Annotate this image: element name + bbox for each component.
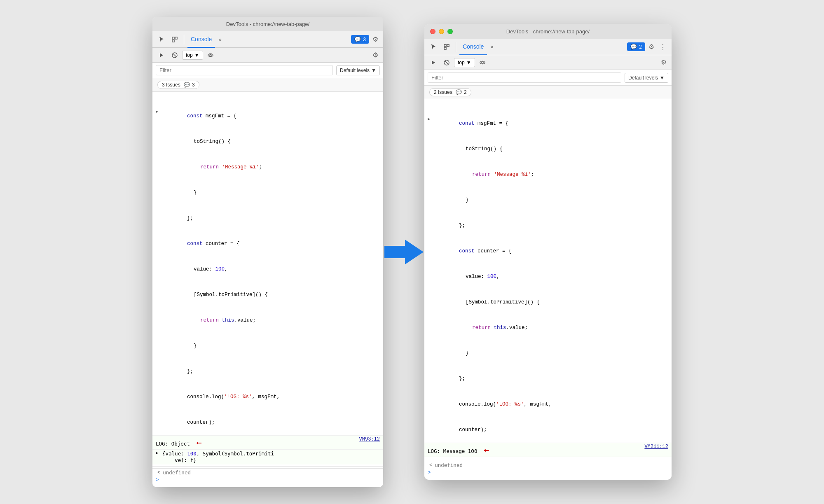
tab-console-left[interactable]: Console xyxy=(187,31,215,48)
svg-rect-10 xyxy=(444,47,446,49)
code-line-10-right: } xyxy=(424,341,672,366)
code-line-8-left: [Symbol.toPrimitive]() { xyxy=(152,282,383,308)
code-line-6-right: const counter = { xyxy=(424,238,672,264)
ban-icon-left[interactable] xyxy=(169,49,180,61)
svg-rect-8 xyxy=(444,44,446,47)
code-line-9-right: return this.value; xyxy=(424,315,672,341)
code-line-8-right: [Symbol.toPrimitive]() { xyxy=(424,289,672,315)
code-line-3-right: return 'Message %i'; xyxy=(424,162,672,187)
code-line-13-left: counter); xyxy=(152,410,383,435)
eye-icon-right[interactable] xyxy=(477,57,488,68)
svg-marker-3 xyxy=(160,53,163,57)
top-dropdown-left[interactable]: top ▼ xyxy=(182,51,203,60)
code-line-9-left: return this.value; xyxy=(152,308,383,333)
expand-obj-row-left: ▶ {value: 100, Symbol(Symbol.toPrimiti v… xyxy=(152,450,383,464)
window-title-right: DevTools - chrome://new-tab-page/ xyxy=(506,28,590,35)
settings-icon-left[interactable]: ⚙ xyxy=(371,34,380,45)
issues-msg-icon-right: 💬 xyxy=(456,89,462,95)
expand-arrow-right[interactable]: ▶ xyxy=(428,116,430,123)
code-line-12-left: console.log('LOG: %s', msgFmt, xyxy=(152,384,383,410)
code-line-5-left: }; xyxy=(152,205,383,231)
maximize-button[interactable] xyxy=(447,29,453,34)
svg-rect-0 xyxy=(172,37,174,39)
console-content-left: ▶ const msgFmt = { toString() { return '… xyxy=(152,92,383,487)
filter-bar-left: Default levels ▼ xyxy=(152,63,383,78)
default-levels-left[interactable]: Default levels ▼ xyxy=(336,65,380,75)
toolbar-divider-1 xyxy=(184,35,184,44)
svg-line-5 xyxy=(173,53,177,57)
tab-console-right[interactable]: Console xyxy=(459,39,487,55)
svg-point-15 xyxy=(482,62,483,63)
code-line-1-right: ▶ const msgFmt = { xyxy=(424,103,672,136)
log-text-left: LOG: Object xyxy=(156,441,193,447)
transition-arrow xyxy=(383,240,424,264)
svg-line-13 xyxy=(445,61,449,64)
play-icon-left[interactable] xyxy=(156,49,167,61)
more-menu-right[interactable]: ⋮ xyxy=(658,41,668,53)
undefined-text-left: undefined xyxy=(163,469,191,476)
issues-pill-left[interactable]: 3 Issues: 💬 3 xyxy=(157,81,199,89)
close-button[interactable] xyxy=(430,29,435,34)
code-line-7-right: value: 100, xyxy=(424,264,672,289)
vm-ref-right[interactable]: VM211:12 xyxy=(644,444,668,450)
issues-badge-right[interactable]: 💬 2 xyxy=(627,42,645,51)
more-tabs-chevron-right[interactable]: » xyxy=(489,42,495,51)
code-line-4-right: } xyxy=(424,187,672,213)
window-title-left: DevTools - chrome://new-tab-page/ xyxy=(226,21,309,27)
main-toolbar-right: Console » 💬 2 ⚙ ⋮ xyxy=(424,39,672,55)
code-line-5-right: }; xyxy=(424,213,672,238)
main-toolbar-left: Console » 💬 3 ⚙ xyxy=(152,31,383,48)
expand-arrow-left[interactable]: ▶ xyxy=(156,109,158,115)
title-bar-right: DevTools - chrome://new-tab-page/ xyxy=(424,24,672,39)
cursor-icon[interactable] xyxy=(156,34,167,45)
filter-bar-right: Default levels ▼ xyxy=(424,70,672,86)
play-icon-right[interactable] xyxy=(428,57,439,68)
red-arrow-left: ← xyxy=(196,437,201,448)
eye-icon-left[interactable] xyxy=(205,49,216,61)
issues-icon-left: 💬 xyxy=(354,36,361,42)
vm-ref-left[interactable]: VM93:12 xyxy=(359,436,380,442)
log-output-row-right: LOG: Message 100 ← VM211:12 xyxy=(424,443,672,457)
console-settings-right[interactable]: ⚙ xyxy=(659,57,668,68)
issues-bar-right: 2 Issues: 💬 2 xyxy=(424,86,672,99)
code-line-4-left: } xyxy=(152,180,383,205)
code-line-10-left: } xyxy=(152,333,383,359)
divider-right xyxy=(424,459,672,459)
devtools-window-right: DevTools - chrome://new-tab-page/ Consol… xyxy=(424,24,672,480)
prompt-left[interactable]: > xyxy=(152,476,383,484)
ban-icon-right[interactable] xyxy=(441,57,452,68)
minimize-button[interactable] xyxy=(439,29,444,34)
code-line-11-left: }; xyxy=(152,359,383,384)
filter-input-right[interactable] xyxy=(428,72,621,83)
console-settings-left[interactable]: ⚙ xyxy=(371,49,380,61)
log-text-right: LOG: Message 100 xyxy=(428,448,477,454)
log-output-row-left: LOG: Object ← VM93:12 xyxy=(152,435,383,450)
issues-msg-icon-left: 💬 xyxy=(184,82,190,88)
more-tabs-chevron-left[interactable]: » xyxy=(217,35,223,44)
prompt-right[interactable]: > xyxy=(424,469,672,476)
traffic-lights xyxy=(430,29,453,34)
svg-point-7 xyxy=(210,54,211,56)
top-dropdown-right[interactable]: top ▼ xyxy=(454,58,475,67)
code-line-11-right: }; xyxy=(424,366,672,392)
issues-pill-right[interactable]: 2 Issues: 💬 2 xyxy=(429,88,471,96)
code-line-6-left: const counter = { xyxy=(152,231,383,257)
code-line-2-right: toString() { xyxy=(424,136,672,162)
scene: DevTools - chrome://new-tab-page/ Consol… xyxy=(152,17,672,487)
layers-icon[interactable] xyxy=(169,34,180,45)
issues-bar-left: 3 Issues: 💬 3 xyxy=(152,78,383,92)
cursor-icon-right[interactable] xyxy=(428,41,439,53)
default-levels-right[interactable]: Default levels ▼ xyxy=(625,73,668,83)
code-line-3-left: return 'Message %i'; xyxy=(152,154,383,180)
svg-rect-1 xyxy=(175,37,177,39)
layers-icon-right[interactable] xyxy=(441,41,452,53)
settings-icon-right[interactable]: ⚙ xyxy=(647,41,656,52)
undefined-row-left: < undefined xyxy=(152,468,383,476)
code-line-1-left: ▶ const msgFmt = { xyxy=(152,95,383,129)
filter-input-left[interactable] xyxy=(156,65,333,75)
issues-icon-right: 💬 xyxy=(630,44,637,50)
obj-expand-arrow[interactable]: ▶ xyxy=(156,450,158,455)
svg-marker-11 xyxy=(432,61,435,65)
undefined-row-right: < undefined xyxy=(424,461,672,469)
issues-badge-left[interactable]: 💬 3 xyxy=(351,35,369,44)
